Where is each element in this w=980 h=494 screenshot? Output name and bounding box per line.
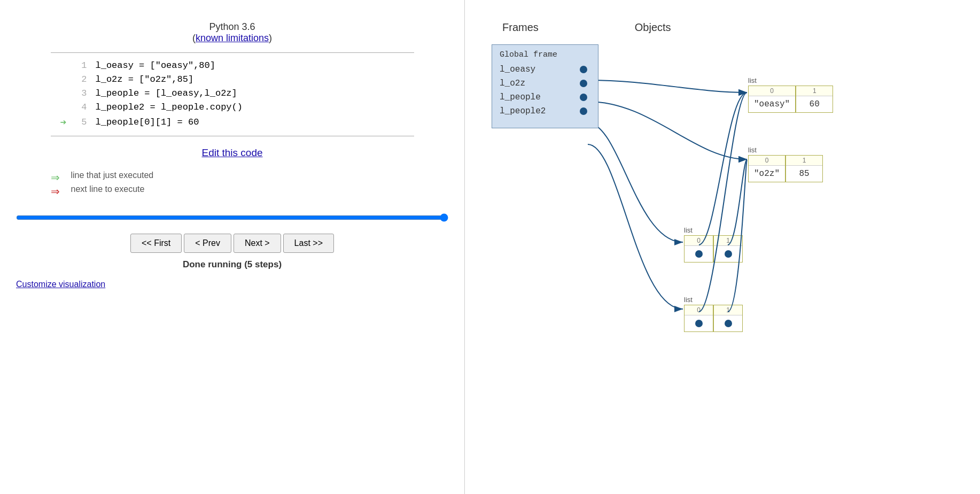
red-arrow-icon <box>51 185 66 194</box>
line-num-2: 2 <box>71 74 87 84</box>
line-arrow-1 <box>51 60 67 71</box>
list-o2z: list 0 "o2z" 1 85 <box>748 146 823 182</box>
cell-index-0: 0 <box>749 86 795 96</box>
list-o2z-cell-0: 0 "o2z" <box>748 155 785 182</box>
line-arrow-2 <box>51 74 67 84</box>
list-people-cell-1: 1 <box>713 235 743 263</box>
dot-people2-0 <box>695 320 703 327</box>
list-people-label: list <box>684 226 743 234</box>
green-arrow-icon <box>51 171 66 180</box>
frame-row-loeasy: l_oeasy <box>500 65 587 74</box>
legend-green-text: line that just executed <box>71 171 154 180</box>
left-panel: Python 3.6 (known limitations) 1 l_oeasy… <box>0 0 465 494</box>
list-o2z-cells: 0 "o2z" 1 85 <box>748 155 823 182</box>
code-line-4: 4 l_people2 = l_people.copy() <box>51 100 414 114</box>
code-line-5: ➔ 5 l_people[0][1] = 60 <box>51 114 414 130</box>
list-people2-label: list <box>684 296 743 304</box>
code-block: 1 l_oeasy = ["oeasy",80] 2 l_o2z = ["o2z… <box>51 52 414 136</box>
cell-value-oeasy-str: "oeasy" <box>749 96 795 112</box>
list-oeasy-cells: 0 "oeasy" 1 60 <box>748 86 833 113</box>
list-oeasy-cell-1: 1 60 <box>796 86 833 113</box>
version-text: Python 3.6 <box>209 21 255 32</box>
cell-value-o2z-num: 85 <box>794 166 814 182</box>
line-num-4: 4 <box>71 102 87 112</box>
cell-people2-index-1: 1 <box>714 305 742 315</box>
legend-red: next line to execute <box>51 184 414 194</box>
legend-green: line that just executed <box>51 171 414 180</box>
line-num-5: 5 <box>71 117 87 127</box>
cell-index-1b: 1 <box>786 156 822 166</box>
cell-people-index-0: 0 <box>685 236 713 246</box>
list-oeasy: list 0 "oeasy" 1 60 <box>748 76 833 113</box>
frames-objects-container: Global frame l_oeasy l_o2z l_people l_pe… <box>481 44 964 419</box>
last-button[interactable]: Last >> <box>283 234 334 253</box>
var-lpeople2: l_people2 <box>500 106 546 116</box>
frame-row-lpeople: l_people <box>500 92 587 102</box>
next-button[interactable]: Next > <box>234 234 281 253</box>
list-people2: list 0 1 <box>684 296 743 332</box>
legend: line that just executed next line to exe… <box>51 171 414 198</box>
first-button[interactable]: << First <box>130 234 182 253</box>
python-version: Python 3.6 (known limitations) <box>192 21 272 44</box>
list-o2z-cell-1: 1 85 <box>785 155 823 182</box>
cell-value-oeasy-num: 60 <box>804 96 825 112</box>
dot-people2-1 <box>725 320 732 327</box>
list-people-cells: 0 1 <box>684 235 743 263</box>
cell-index-0b: 0 <box>749 156 785 166</box>
cell-index-1: 1 <box>796 86 833 96</box>
dot-people-0 <box>695 250 703 258</box>
customize-visualization-link[interactable]: Customize visualization <box>16 280 105 289</box>
line-code-5: l_people[0][1] = 60 <box>96 117 199 127</box>
customize-link-container: Customize visualization <box>16 280 448 289</box>
step-slider[interactable] <box>16 213 448 222</box>
slider-container[interactable] <box>16 213 448 224</box>
nav-buttons: << First < Prev Next > Last >> <box>130 234 334 253</box>
list-people2-cells: 0 1 <box>684 305 743 332</box>
legend-red-text: next line to execute <box>71 184 145 194</box>
list-people: list 0 1 <box>684 226 743 263</box>
list-people-cell-0: 0 <box>684 235 713 263</box>
var-loeasy: l_oeasy <box>500 65 535 74</box>
list-people2-cell-0: 0 <box>684 305 713 332</box>
line-num-1: 1 <box>71 60 87 71</box>
edit-this-code-link[interactable]: Edit this code <box>201 147 262 159</box>
frame-title: Global frame <box>500 50 587 59</box>
line-code-2: l_o2z = ["o2z",85] <box>96 74 194 84</box>
frame-row-lpeople2: l_people2 <box>500 106 587 116</box>
frame-row-lo2z: l_o2z <box>500 79 587 88</box>
line-arrow-3 <box>51 88 67 98</box>
code-line-3: 3 l_people = [l_oeasy,l_o2z] <box>51 86 414 100</box>
code-line-2: 2 l_o2z = ["o2z",85] <box>51 72 414 86</box>
var-lo2z: l_o2z <box>500 79 525 88</box>
main-container: Python 3.6 (known limitations) 1 l_oeasy… <box>0 0 980 494</box>
known-limitations-link[interactable]: known limitations <box>196 33 269 43</box>
status-text: Done running (5 steps) <box>183 259 282 270</box>
list-oeasy-cell-0: 0 "oeasy" <box>748 86 796 113</box>
objects-label: Objects <box>635 21 671 34</box>
list-oeasy-label: list <box>748 76 833 84</box>
dot-loeasy <box>580 66 587 73</box>
cell-value-o2z-str: "o2z" <box>749 166 785 182</box>
dot-lpeople <box>580 94 587 101</box>
list-people2-cell-1: 1 <box>713 305 743 332</box>
objects-area: list 0 "oeasy" 1 60 list <box>652 44 973 419</box>
line-arrow-4 <box>51 102 67 112</box>
code-line-1: 1 l_oeasy = ["oeasy",80] <box>51 58 414 72</box>
var-lpeople: l_people <box>500 92 541 102</box>
frames-label: Frames <box>502 21 539 34</box>
line-code-4: l_people2 = l_people.copy() <box>96 102 243 112</box>
list-o2z-label: list <box>748 146 823 154</box>
viz-header: Frames Objects <box>481 21 964 34</box>
line-code-3: l_people = [l_oeasy,l_o2z] <box>96 88 237 98</box>
dot-lo2z <box>580 80 587 87</box>
line-arrow-5: ➔ <box>51 115 67 129</box>
global-frame: Global frame l_oeasy l_o2z l_people l_pe… <box>492 44 598 128</box>
line-code-1: l_oeasy = ["oeasy",80] <box>96 60 215 71</box>
right-panel: Frames Objects Global frame l_oeasy l_o2… <box>465 0 980 494</box>
dot-lpeople2 <box>580 107 587 115</box>
line-num-3: 3 <box>71 88 87 98</box>
prev-button[interactable]: < Prev <box>184 234 231 253</box>
cell-people-index-1: 1 <box>714 236 742 246</box>
cell-people2-index-0: 0 <box>685 305 713 315</box>
dot-people-1 <box>725 250 732 258</box>
